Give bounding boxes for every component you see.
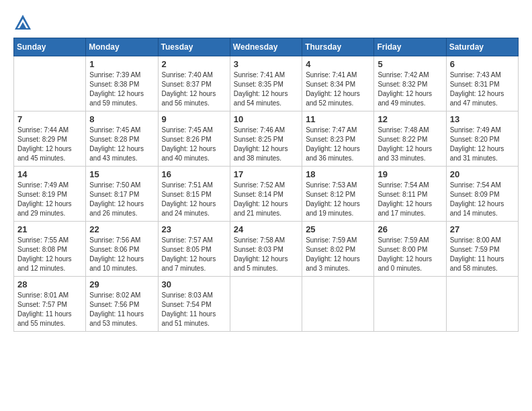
day-info: Sunrise: 7:40 AM Sunset: 8:37 PM Dayligh…	[162, 71, 226, 108]
day-header-friday: Friday	[374, 38, 446, 56]
day-info: Sunrise: 7:54 AM Sunset: 8:11 PM Dayligh…	[378, 181, 442, 218]
calendar-cell: 18Sunrise: 7:53 AM Sunset: 8:12 PM Dayli…	[302, 167, 374, 222]
calendar-cell	[14, 56, 86, 111]
calendar-cell: 17Sunrise: 7:52 AM Sunset: 8:14 PM Dayli…	[230, 167, 302, 222]
day-number: 28	[17, 279, 82, 289]
day-number: 30	[162, 279, 226, 289]
day-info: Sunrise: 7:39 AM Sunset: 8:38 PM Dayligh…	[89, 71, 154, 108]
day-number: 18	[306, 169, 370, 179]
day-number: 20	[450, 169, 515, 179]
day-number: 16	[162, 169, 226, 179]
calendar-cell: 29Sunrise: 8:02 AM Sunset: 7:56 PM Dayli…	[86, 277, 158, 332]
day-number: 10	[234, 114, 298, 124]
day-info: Sunrise: 7:41 AM Sunset: 8:35 PM Dayligh…	[234, 71, 298, 108]
day-info: Sunrise: 7:53 AM Sunset: 8:12 PM Dayligh…	[306, 181, 370, 218]
calendar-cell	[446, 277, 518, 332]
day-number: 19	[378, 169, 442, 179]
calendar-cell: 8Sunrise: 7:45 AM Sunset: 8:28 PM Daylig…	[86, 111, 158, 167]
calendar-cell: 10Sunrise: 7:46 AM Sunset: 8:25 PM Dayli…	[230, 111, 302, 167]
calendar-cell: 23Sunrise: 7:57 AM Sunset: 8:05 PM Dayli…	[158, 222, 230, 277]
calendar-cell: 14Sunrise: 7:49 AM Sunset: 8:19 PM Dayli…	[14, 167, 86, 222]
calendar-cell: 20Sunrise: 7:54 AM Sunset: 8:09 PM Dayli…	[446, 167, 518, 222]
day-info: Sunrise: 8:03 AM Sunset: 7:54 PM Dayligh…	[162, 291, 226, 328]
day-number: 22	[89, 224, 154, 234]
calendar-table: SundayMondayTuesdayWednesdayThursdayFrid…	[13, 38, 519, 332]
day-number: 4	[306, 59, 370, 69]
calendar-cell: 3Sunrise: 7:41 AM Sunset: 8:35 PM Daylig…	[230, 56, 302, 111]
day-info: Sunrise: 7:59 AM Sunset: 8:02 PM Dayligh…	[306, 236, 370, 273]
day-number: 14	[17, 169, 82, 179]
day-info: Sunrise: 7:59 AM Sunset: 8:00 PM Dayligh…	[378, 236, 442, 273]
day-number: 17	[234, 169, 298, 179]
day-number: 13	[450, 114, 515, 124]
day-header-tuesday: Tuesday	[158, 38, 230, 56]
day-info: Sunrise: 7:46 AM Sunset: 8:25 PM Dayligh…	[234, 126, 298, 163]
calendar-cell: 1Sunrise: 7:39 AM Sunset: 8:38 PM Daylig…	[86, 56, 158, 111]
day-info: Sunrise: 7:58 AM Sunset: 8:03 PM Dayligh…	[234, 236, 298, 273]
calendar-week-row: 28Sunrise: 8:01 AM Sunset: 7:57 PM Dayli…	[14, 277, 519, 332]
logo	[13, 13, 34, 32]
day-number: 11	[306, 114, 370, 124]
calendar-cell: 2Sunrise: 7:40 AM Sunset: 8:37 PM Daylig…	[158, 56, 230, 111]
day-info: Sunrise: 8:00 AM Sunset: 7:59 PM Dayligh…	[450, 236, 515, 273]
day-info: Sunrise: 7:42 AM Sunset: 8:32 PM Dayligh…	[378, 71, 442, 108]
calendar-week-row: 21Sunrise: 7:55 AM Sunset: 8:08 PM Dayli…	[14, 222, 519, 277]
page-header	[13, 13, 519, 32]
calendar-cell: 15Sunrise: 7:50 AM Sunset: 8:17 PM Dayli…	[86, 167, 158, 222]
day-info: Sunrise: 7:56 AM Sunset: 8:06 PM Dayligh…	[89, 236, 154, 273]
day-number: 1	[89, 59, 154, 69]
day-number: 3	[234, 59, 298, 69]
day-number: 2	[162, 59, 226, 69]
calendar-cell: 28Sunrise: 8:01 AM Sunset: 7:57 PM Dayli…	[14, 277, 86, 332]
calendar-week-row: 1Sunrise: 7:39 AM Sunset: 8:38 PM Daylig…	[14, 56, 519, 111]
day-info: Sunrise: 7:54 AM Sunset: 8:09 PM Dayligh…	[450, 181, 515, 218]
day-header-saturday: Saturday	[446, 38, 518, 56]
logo-icon	[13, 13, 32, 32]
day-number: 25	[306, 224, 370, 234]
day-info: Sunrise: 7:44 AM Sunset: 8:29 PM Dayligh…	[17, 126, 82, 163]
calendar-cell: 6Sunrise: 7:43 AM Sunset: 8:31 PM Daylig…	[446, 56, 518, 111]
day-number: 8	[89, 114, 154, 124]
calendar-cell	[302, 277, 374, 332]
day-info: Sunrise: 7:45 AM Sunset: 8:28 PM Dayligh…	[89, 126, 154, 163]
day-info: Sunrise: 8:02 AM Sunset: 7:56 PM Dayligh…	[89, 291, 154, 328]
calendar-cell: 22Sunrise: 7:56 AM Sunset: 8:06 PM Dayli…	[86, 222, 158, 277]
calendar-cell: 19Sunrise: 7:54 AM Sunset: 8:11 PM Dayli…	[374, 167, 446, 222]
day-number: 26	[378, 224, 442, 234]
day-number: 24	[234, 224, 298, 234]
day-info: Sunrise: 7:45 AM Sunset: 8:26 PM Dayligh…	[162, 126, 226, 163]
calendar-cell: 12Sunrise: 7:48 AM Sunset: 8:22 PM Dayli…	[374, 111, 446, 167]
calendar-cell: 16Sunrise: 7:51 AM Sunset: 8:15 PM Dayli…	[158, 167, 230, 222]
calendar-cell: 30Sunrise: 8:03 AM Sunset: 7:54 PM Dayli…	[158, 277, 230, 332]
day-header-monday: Monday	[86, 38, 158, 56]
day-info: Sunrise: 7:48 AM Sunset: 8:22 PM Dayligh…	[378, 126, 442, 163]
day-number: 7	[17, 114, 82, 124]
calendar-week-row: 14Sunrise: 7:49 AM Sunset: 8:19 PM Dayli…	[14, 167, 519, 222]
calendar-cell	[230, 277, 302, 332]
calendar-header-row: SundayMondayTuesdayWednesdayThursdayFrid…	[14, 38, 519, 56]
day-number: 23	[162, 224, 226, 234]
calendar-cell: 4Sunrise: 7:41 AM Sunset: 8:34 PM Daylig…	[302, 56, 374, 111]
calendar-cell: 7Sunrise: 7:44 AM Sunset: 8:29 PM Daylig…	[14, 111, 86, 167]
day-number: 21	[17, 224, 82, 234]
day-info: Sunrise: 7:52 AM Sunset: 8:14 PM Dayligh…	[234, 181, 298, 218]
day-number: 6	[450, 59, 515, 69]
day-number: 15	[89, 169, 154, 179]
calendar-cell: 13Sunrise: 7:49 AM Sunset: 8:20 PM Dayli…	[446, 111, 518, 167]
calendar-cell: 27Sunrise: 8:00 AM Sunset: 7:59 PM Dayli…	[446, 222, 518, 277]
day-number: 27	[450, 224, 515, 234]
day-header-thursday: Thursday	[302, 38, 374, 56]
day-info: Sunrise: 7:55 AM Sunset: 8:08 PM Dayligh…	[17, 236, 82, 273]
day-info: Sunrise: 7:43 AM Sunset: 8:31 PM Dayligh…	[450, 71, 515, 108]
calendar-week-row: 7Sunrise: 7:44 AM Sunset: 8:29 PM Daylig…	[14, 111, 519, 167]
day-info: Sunrise: 7:57 AM Sunset: 8:05 PM Dayligh…	[162, 236, 226, 273]
day-header-wednesday: Wednesday	[230, 38, 302, 56]
day-number: 29	[89, 279, 154, 289]
calendar-cell: 11Sunrise: 7:47 AM Sunset: 8:23 PM Dayli…	[302, 111, 374, 167]
day-number: 9	[162, 114, 226, 124]
day-info: Sunrise: 7:47 AM Sunset: 8:23 PM Dayligh…	[306, 126, 370, 163]
day-info: Sunrise: 7:49 AM Sunset: 8:19 PM Dayligh…	[17, 181, 82, 218]
calendar-cell: 25Sunrise: 7:59 AM Sunset: 8:02 PM Dayli…	[302, 222, 374, 277]
day-header-sunday: Sunday	[14, 38, 86, 56]
day-number: 12	[378, 114, 442, 124]
